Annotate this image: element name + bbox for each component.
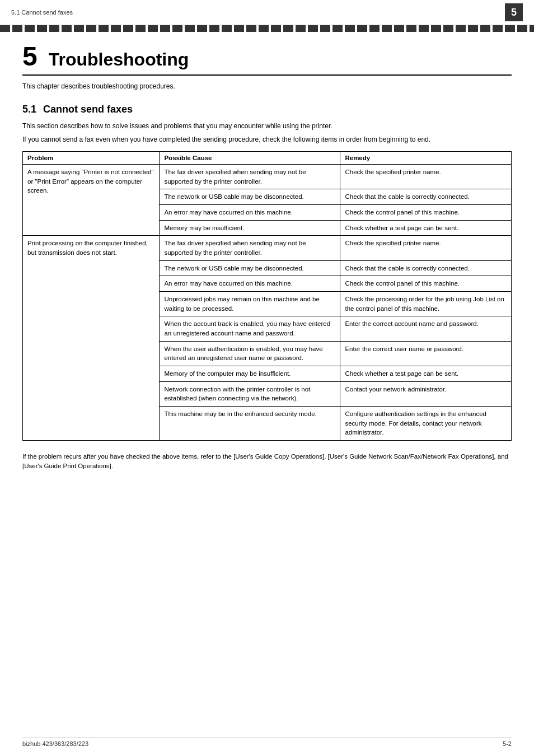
section-intro-2: If you cannot send a fax even when you h… [22, 134, 512, 144]
cell-cause: This machine may be in the enhanced secu… [160, 407, 340, 441]
col-header-remedy: Remedy [340, 152, 512, 165]
col-header-problem: Problem [23, 152, 160, 165]
stripe-decoration [0, 25, 534, 32]
cell-cause: Unprocessed jobs may remain on this mach… [160, 292, 340, 316]
cell-cause: When the user authentication is enabled,… [160, 341, 340, 366]
cell-cause: Memory of the computer may be insufficie… [160, 366, 340, 382]
page-footer: bizhub 423/363/283/223 5-2 [22, 738, 512, 747]
table-row: Print processing on the computer finishe… [23, 236, 512, 260]
cell-problem: Print processing on the computer finishe… [23, 236, 160, 441]
troubleshooting-table: Problem Possible Cause Remedy A message … [22, 151, 512, 441]
cell-cause: The fax driver specified when sending ma… [160, 236, 340, 260]
chapter-title-row: 5 Troubleshooting [22, 43, 512, 76]
cell-cause: The network or USB cable may be disconne… [160, 189, 340, 205]
cell-remedy: Check the control panel of this machine. [340, 276, 512, 292]
footer-page-number: 5-2 [503, 740, 512, 747]
cell-remedy: Configure authentication settings in the… [340, 407, 512, 441]
footer-product: bizhub 423/363/283/223 [22, 740, 88, 747]
cell-remedy: Check whether a test page can be sent. [340, 220, 512, 236]
cell-problem: A message saying "Printer is not connect… [23, 165, 160, 236]
section-title: Cannot send faxes [43, 104, 133, 115]
cell-cause: When the account track is enabled, you m… [160, 316, 340, 341]
chapter-intro: This chapter describes troubleshooting p… [22, 82, 512, 90]
cell-cause: Memory may be insufficient. [160, 220, 340, 236]
cell-remedy: Check that the cable is correctly connec… [340, 260, 512, 276]
cell-cause: The network or USB cable may be disconne… [160, 260, 340, 276]
footer-note: If the problem recurs after you have che… [22, 452, 512, 472]
col-header-cause: Possible Cause [160, 152, 340, 165]
chapter-number: 5 [22, 43, 38, 70]
section-intro-1: This section describes how to solve issu… [22, 121, 512, 131]
cell-cause: Network connection with the printer cont… [160, 381, 340, 406]
cell-remedy: Check that the cable is correctly connec… [340, 189, 512, 205]
cell-remedy: Check the specified printer name. [340, 165, 512, 189]
cell-remedy: Enter the correct user name or password. [340, 341, 512, 366]
section-number: 5.1 [22, 104, 36, 115]
main-content: 5 Troubleshooting This chapter describes… [0, 32, 534, 494]
page-header: 5.1 Cannot send faxes 5 [0, 0, 534, 25]
cell-remedy: Check the control panel of this machine. [340, 205, 512, 221]
cell-remedy: Contact your network administrator. [340, 381, 512, 406]
section-heading: 5.1 Cannot send faxes [22, 104, 512, 115]
cell-remedy: Enter the correct account name and passw… [340, 316, 512, 341]
cell-remedy: Check whether a test page can be sent. [340, 366, 512, 382]
cell-cause: An error may have occurred on this machi… [160, 205, 340, 221]
cell-cause: An error may have occurred on this machi… [160, 276, 340, 292]
cell-remedy: Check the processing order for the job u… [340, 292, 512, 316]
table-header-row: Problem Possible Cause Remedy [23, 152, 512, 165]
table-row: A message saying "Printer is not connect… [23, 165, 512, 189]
cell-cause: The fax driver specified when sending ma… [160, 165, 340, 189]
cell-remedy: Check the specified printer name. [340, 236, 512, 260]
chapter-title: Troubleshooting [49, 49, 189, 70]
header-section-title: 5.1 Cannot send faxes [11, 9, 73, 16]
chapter-badge: 5 [505, 3, 523, 21]
